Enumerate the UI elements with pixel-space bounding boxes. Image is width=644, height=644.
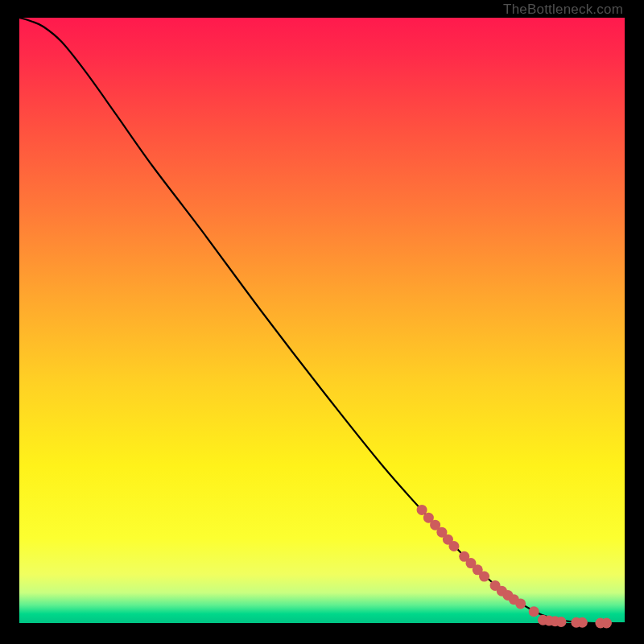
chart-overlay (19, 18, 625, 623)
data-marker (529, 606, 539, 617)
attribution-text: TheBottleneck.com (503, 2, 623, 18)
chart-frame: TheBottleneck.com (0, 0, 644, 644)
data-marker (577, 617, 588, 628)
marker-group (417, 505, 612, 629)
data-marker (556, 617, 567, 627)
bottleneck-curve (19, 18, 625, 623)
data-marker (515, 598, 526, 609)
data-marker (479, 572, 489, 582)
data-marker (448, 541, 459, 551)
plot-area (19, 18, 625, 623)
data-marker (601, 618, 612, 629)
